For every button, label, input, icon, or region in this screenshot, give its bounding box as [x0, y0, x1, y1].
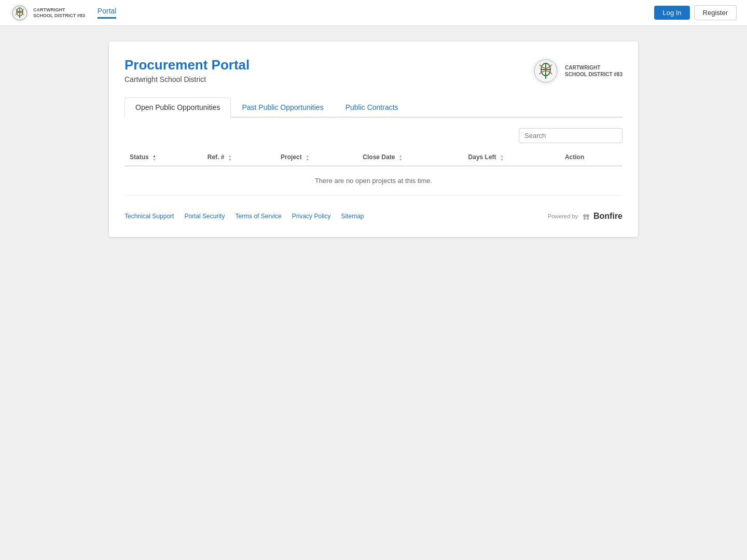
org-logo-small — [10, 4, 29, 22]
footer-portal-security[interactable]: Portal Security — [184, 213, 225, 220]
portal-org-name: CARTWRIGHT SCHOOL DISTRICT #83 — [565, 64, 622, 78]
svg-point-10 — [583, 214, 586, 217]
search-area — [125, 128, 622, 143]
sort-status-icon — [153, 154, 156, 161]
footer-links-left: Technical Support Portal Security Terms … — [125, 213, 364, 220]
sort-project-icon — [306, 154, 309, 161]
svg-point-11 — [586, 214, 589, 217]
portal-title: Procurement Portal — [125, 57, 250, 73]
sort-days-left-icon — [500, 154, 504, 161]
footer-sitemap[interactable]: Sitemap — [341, 213, 364, 220]
sort-ref-icon — [228, 154, 232, 161]
tab-public-contracts[interactable]: Public Contracts — [335, 97, 409, 118]
org-name-nav: CARTWRIGHT SCHOOL DISTRICT #83 — [33, 7, 85, 19]
svg-rect-12 — [584, 217, 586, 220]
bonfire-name: Bonfire — [593, 212, 622, 221]
svg-rect-13 — [587, 217, 589, 220]
col-close-date[interactable]: Close Date — [357, 149, 463, 166]
portal-header: Procurement Portal Cartwright School Dis… — [125, 57, 622, 85]
footer-technical-support[interactable]: Technical Support — [125, 213, 174, 220]
col-project[interactable]: Project — [275, 149, 357, 166]
footer: Technical Support Portal Security Terms … — [125, 211, 622, 221]
logo-area: CARTWRIGHT SCHOOL DISTRICT #83 — [10, 4, 85, 22]
portal-subtitle: Cartwright School District — [125, 75, 250, 83]
login-button[interactable]: Log In — [654, 6, 689, 20]
powered-by-text: Powered by — [548, 213, 578, 219]
table-body: There are no open projects at this time. — [125, 166, 622, 195]
footer-privacy-policy[interactable]: Privacy Policy — [292, 213, 331, 220]
sort-close-date-icon — [399, 154, 403, 161]
portal-org-logo — [532, 57, 560, 85]
bonfire-logo: Bonfire — [581, 211, 622, 221]
tabs-container: Open Public Opportunities Past Public Op… — [125, 97, 622, 118]
tab-past-public-opportunities[interactable]: Past Public Opportunities — [231, 97, 334, 118]
col-days-left[interactable]: Days Left — [463, 149, 560, 166]
col-ref[interactable]: Ref. # — [202, 149, 275, 166]
register-button[interactable]: Register — [694, 5, 737, 20]
powered-by-area: Powered by Bonfire — [548, 211, 622, 221]
table-header: Status Ref. # Project Close Date Days Le… — [125, 149, 622, 166]
nav-buttons: Log In Register — [654, 5, 737, 20]
portal-logo-area: CARTWRIGHT SCHOOL DISTRICT #83 — [532, 57, 622, 85]
tab-open-public-opportunities[interactable]: Open Public Opportunities — [125, 97, 231, 118]
main-container: Procurement Portal Cartwright School Dis… — [109, 41, 638, 237]
col-status[interactable]: Status — [125, 149, 202, 166]
portal-title-area: Procurement Portal Cartwright School Dis… — [125, 57, 250, 83]
footer-terms-of-service[interactable]: Terms of Service — [235, 213, 281, 220]
nav-left: CARTWRIGHT SCHOOL DISTRICT #83 Portal — [10, 4, 116, 22]
empty-message: There are no open projects at this time. — [125, 166, 622, 195]
projects-table: Status Ref. # Project Close Date Days Le… — [125, 149, 622, 195]
col-action: Action — [560, 149, 622, 166]
search-input[interactable] — [519, 128, 622, 143]
portal-nav-link[interactable]: Portal — [98, 7, 117, 19]
top-navigation: CARTWRIGHT SCHOOL DISTRICT #83 Portal Lo… — [0, 0, 747, 26]
empty-message-row: There are no open projects at this time. — [125, 166, 622, 195]
